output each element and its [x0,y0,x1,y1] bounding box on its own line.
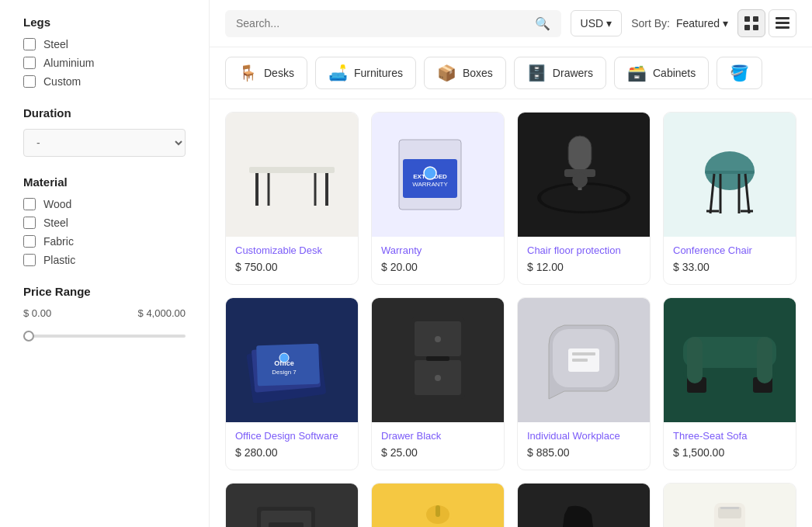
product-name-4: Conference Chair [673,244,786,256]
product-image-10 [372,484,504,527]
product-price-6: $ 25.00 [381,446,494,459]
product-image-8 [664,298,796,422]
product-image-2: EXTENDEDWARRANTY [372,113,504,237]
svg-rect-6 [776,26,789,29]
product-card-7[interactable]: Individual Workplace $ 885.00 [517,297,651,470]
svg-point-16 [424,167,436,179]
product-name-3: Chair floor protection [527,244,640,256]
svg-rect-19 [568,136,592,171]
duration-select[interactable]: - 1 Month 3 Months 1 Year [23,129,186,157]
svg-rect-46 [572,359,588,362]
legs-filter: Legs Steel Aluminium Custom [23,16,186,88]
cabinets-label: Cabinets [653,67,696,79]
list-icon [776,16,789,30]
category-tabs: 🪑 Desks🛋️ Furnitures📦 Boxes🗄️ Drawers🗃️ … [210,47,812,99]
product-price-5: $ 280.00 [235,446,349,459]
svg-text:Design 7: Design 7 [272,369,297,376]
category-tab-drawers[interactable]: 🗄️ Drawers [514,57,606,89]
svg-rect-55 [269,522,304,527]
legs-label-custom: Custom [43,75,81,88]
product-grid: Customizable Desk $ 750.00 EXTENDEDWARRA… [225,112,796,527]
svg-rect-2 [744,25,750,30]
currency-chevron-icon: ▾ [606,17,612,29]
svg-point-18 [541,185,626,211]
material-checkbox-fabric[interactable] [23,235,36,248]
cabinets-icon: 🗃️ [627,64,647,82]
product-image-11 [518,484,650,527]
product-card-9[interactable] [225,483,359,527]
material-checkbox-plastic[interactable] [23,254,36,266]
product-info-1: Customizable Desk $ 750.00 [226,237,358,284]
price-range-filter: Price Range $ 0.00 $ 4,000.00 [23,285,186,341]
category-tab-boxes[interactable]: 📦 Boxes [424,57,506,89]
legs-checkbox-steel[interactable] [23,38,36,50]
category-tab-desks[interactable]: 🪑 Desks [225,57,307,89]
product-card-10[interactable] [371,483,505,527]
product-info-3: Chair floor protection $ 12.00 [518,237,650,284]
material-label-wood: Wood [43,198,71,210]
category-tab-more[interactable]: 🪣 [717,57,762,89]
legs-checkbox-aluminium[interactable] [23,57,36,69]
category-tab-furnitures[interactable]: 🛋️ Furnitures [315,57,416,89]
search-input[interactable] [236,17,529,29]
legs-option-aluminium[interactable]: Aluminium [23,57,186,69]
svg-rect-68 [720,507,739,509]
category-tab-cabinets[interactable]: 🗃️ Cabinets [614,57,709,89]
svg-rect-24 [705,171,755,174]
product-card-11[interactable] [517,483,651,527]
svg-rect-52 [757,337,772,383]
search-wrapper: 🔍 [225,10,561,37]
view-toggle [737,9,796,37]
product-card-12[interactable] [663,483,796,527]
currency-label: USD [581,17,604,29]
product-name-2: Warranty [381,244,494,256]
material-option-wood[interactable]: Wood [23,198,186,210]
material-label-steel: Steel [43,217,68,229]
desks-icon: 🪑 [238,64,258,82]
svg-rect-7 [249,167,335,173]
product-info-5: Office Design Software $ 280.00 [226,422,358,470]
legs-checkbox-custom[interactable] [23,75,36,88]
product-card-2[interactable]: EXTENDEDWARRANTY Warranty $ 20.00 [371,112,505,285]
product-card-3[interactable]: Chair floor protection $ 12.00 [517,112,651,285]
desks-label: Desks [264,67,294,79]
svg-rect-51 [687,337,703,383]
material-checkbox-wood[interactable] [23,198,36,210]
search-icon: 🔍 [535,16,550,31]
product-card-4[interactable]: Conference Chair $ 33.00 [663,112,796,285]
boxes-icon: 📦 [437,64,456,82]
product-name-7: Individual Workplace [527,430,640,442]
product-info-6: Drawer Black $ 25.00 [372,422,504,470]
legs-option-custom[interactable]: Custom [23,75,186,88]
price-title: Price Range [23,285,186,298]
boxes-label: Boxes [463,67,493,79]
material-label-fabric: Fabric [43,235,74,248]
product-card-6[interactable]: Drawer Black $ 25.00 [371,297,505,470]
material-option-steel[interactable]: Steel [23,217,186,229]
product-info-8: Three-Seat Sofa $ 1,500.00 [664,422,796,470]
product-image-4 [664,113,796,237]
product-name-5: Office Design Software [235,430,349,442]
product-price-8: $ 1,500.00 [673,446,786,459]
product-price-4: $ 33.00 [673,261,786,273]
material-option-plastic[interactable]: Plastic [23,254,186,266]
list-view-button[interactable] [769,9,796,37]
sort-wrapper: Sort By: Featured ▾ [631,17,728,29]
material-option-fabric[interactable]: Fabric [23,235,186,248]
furnitures-label: Furnitures [354,67,403,79]
sort-button[interactable]: Featured ▾ [676,17,728,29]
product-name-6: Drawer Black [381,430,494,442]
product-card-5[interactable]: OfficeDesign 7 Office Design Software $ … [225,297,359,470]
product-card-1[interactable]: Customizable Desk $ 750.00 [225,112,359,285]
grid-view-button[interactable] [737,9,765,37]
currency-selector[interactable]: USD ▾ [571,10,623,36]
price-slider[interactable] [23,335,186,338]
product-price-3: $ 12.00 [527,261,640,273]
product-card-8[interactable]: Three-Seat Sofa $ 1,500.00 [663,297,796,470]
product-name-8: Three-Seat Sofa [673,430,786,442]
svg-rect-1 [753,16,758,22]
top-bar: 🔍 USD ▾ Sort By: Featured ▾ [210,0,812,47]
material-checkbox-steel[interactable] [23,217,36,229]
product-image-7 [518,298,650,422]
legs-option-steel[interactable]: Steel [23,38,186,50]
